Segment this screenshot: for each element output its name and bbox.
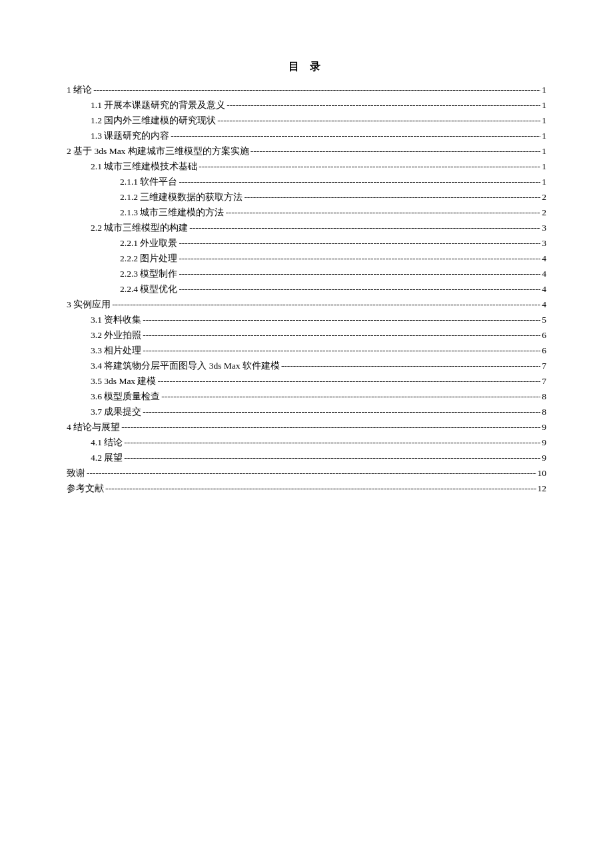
toc-entry-page: 4 bbox=[542, 251, 546, 266]
toc-leader bbox=[179, 235, 540, 251]
toc-entry: 3.5 3ds Max 建模 7 bbox=[67, 373, 546, 389]
toc-entry: 2.1.3 城市三维建模的方法2 bbox=[67, 205, 546, 220]
document-page: 目 录 1 绪论11.1 开展本课题研究的背景及意义11.2 国内外三维建模的研… bbox=[0, 0, 613, 563]
toc-entry: 4.2 展望9 bbox=[67, 450, 546, 465]
toc-leader bbox=[179, 266, 540, 281]
toc-entry: 3.1 资料收集5 bbox=[67, 312, 546, 327]
toc-entry-page: 1 bbox=[542, 97, 546, 113]
toc-entry: 1.1 开展本课题研究的背景及意义1 bbox=[67, 97, 546, 113]
toc-leader bbox=[143, 343, 540, 358]
toc-entry: 3.7 成果提交8 bbox=[67, 404, 546, 419]
toc-entry-page: 10 bbox=[538, 465, 547, 481]
toc-entry-label: 2 基于 3ds Max 构建城市三维模型的方案实施 bbox=[67, 143, 249, 159]
toc-entry-label: 2.1.1 软件平台 bbox=[120, 174, 177, 189]
toc-entry: 2.2.1 外业取景3 bbox=[67, 235, 546, 251]
toc-entry: 4.1 结论9 bbox=[67, 435, 546, 450]
toc-leader bbox=[179, 251, 540, 266]
toc-leader bbox=[161, 389, 540, 404]
toc-entry: 3.4 将建筑物分层平面图导入 3ds Max 软件建模7 bbox=[67, 358, 546, 373]
toc-entry-page: 5 bbox=[542, 312, 546, 327]
toc-entry: 1.2 国内外三维建模的研究现状1 bbox=[67, 113, 546, 128]
toc-entry-page: 9 bbox=[542, 435, 546, 450]
toc-entry-label: 2.1.2 三维建模数据的获取方法 bbox=[120, 189, 243, 205]
toc-entry-label: 1.2 国内外三维建模的研究现状 bbox=[91, 113, 216, 128]
toc-leader bbox=[124, 450, 540, 465]
toc-entry-label: 3.3 相片处理 bbox=[91, 343, 141, 358]
toc-entry-label: 2.2.4 模型优化 bbox=[120, 281, 177, 297]
toc-entry-page: 9 bbox=[542, 419, 546, 435]
toc-entry: 1 绪论1 bbox=[67, 82, 546, 97]
toc-title: 目 录 bbox=[67, 60, 546, 74]
toc-entry: 2.1.1 软件平台1 bbox=[67, 174, 546, 189]
toc-entry-page: 6 bbox=[542, 343, 546, 358]
toc-entry-page: 1 bbox=[542, 143, 546, 159]
toc-leader bbox=[171, 128, 540, 143]
toc-list: 1 绪论11.1 开展本课题研究的背景及意义11.2 国内外三维建模的研究现状1… bbox=[67, 82, 546, 496]
toc-entry-label: 4 结论与展望 bbox=[67, 419, 120, 435]
toc-entry-label: 3.2 外业拍照 bbox=[91, 327, 141, 343]
toc-entry: 致谢10 bbox=[67, 465, 546, 481]
toc-entry-page: 4 bbox=[542, 266, 546, 281]
toc-entry: 3.3 相片处理6 bbox=[67, 343, 546, 358]
toc-entry-label: 2.2.3 模型制作 bbox=[120, 266, 177, 281]
toc-leader bbox=[251, 143, 541, 159]
toc-entry-page: 8 bbox=[542, 404, 546, 419]
toc-entry-label: 3.1 资料收集 bbox=[91, 312, 141, 327]
toc-entry-label: 2.1.3 城市三维建模的方法 bbox=[120, 205, 224, 220]
toc-entry-label: 3 实例应用 bbox=[67, 297, 111, 312]
toc-entry-label: 参考文献 bbox=[67, 481, 104, 496]
toc-entry-page: 3 bbox=[542, 220, 546, 235]
toc-entry-label: 4.1 结论 bbox=[91, 435, 123, 450]
toc-leader bbox=[143, 312, 540, 327]
toc-leader bbox=[179, 174, 540, 189]
toc-entry-page: 1 bbox=[542, 128, 546, 143]
toc-entry: 2.2.4 模型优化4 bbox=[67, 281, 546, 297]
toc-entry-label: 3.6 模型质量检查 bbox=[91, 389, 160, 404]
toc-entry-page: 12 bbox=[538, 481, 547, 496]
toc-entry-page: 2 bbox=[542, 189, 546, 205]
toc-entry-page: 2 bbox=[542, 205, 546, 220]
toc-entry-label: 1.1 开展本课题研究的背景及意义 bbox=[91, 97, 225, 113]
toc-entry-page: 4 bbox=[542, 297, 546, 312]
toc-leader bbox=[93, 82, 540, 97]
toc-entry-page: 7 bbox=[542, 358, 546, 373]
toc-entry-label: 1 绪论 bbox=[67, 82, 92, 97]
toc-leader bbox=[179, 281, 540, 297]
toc-leader bbox=[105, 481, 536, 496]
toc-entry-page: 1 bbox=[542, 113, 546, 128]
toc-entry-label: 3.7 成果提交 bbox=[91, 404, 141, 419]
toc-leader bbox=[227, 97, 540, 113]
toc-entry-label: 致谢 bbox=[67, 465, 85, 481]
toc-leader bbox=[87, 465, 536, 481]
toc-entry-label: 2.2.2 图片处理 bbox=[120, 251, 177, 266]
toc-entry-page: 1 bbox=[542, 174, 546, 189]
toc-entry-page: 8 bbox=[542, 389, 546, 404]
toc-leader bbox=[199, 159, 540, 174]
toc-entry-page: 1 bbox=[542, 159, 546, 174]
toc-entry-label: 2.2 城市三维模型的构建 bbox=[91, 220, 188, 235]
toc-entry: 参考文献12 bbox=[67, 481, 546, 496]
toc-leader bbox=[281, 358, 540, 373]
toc-entry-label: 3.4 将建筑物分层平面图导入 3ds Max 软件建模 bbox=[91, 358, 280, 373]
toc-entry-label: 4.2 展望 bbox=[91, 450, 123, 465]
toc-entry: 2.1 城市三维建模技术基础1 bbox=[67, 159, 546, 174]
toc-entry-label: 2.1 城市三维建模技术基础 bbox=[91, 159, 197, 174]
toc-entry-label: 1.3 课题研究的内容 bbox=[91, 128, 169, 143]
toc-entry: 3.2 外业拍照6 bbox=[67, 327, 546, 343]
toc-entry: 4 结论与展望9 bbox=[67, 419, 546, 435]
toc-entry-page: 3 bbox=[542, 235, 546, 251]
toc-entry: 2.2 城市三维模型的构建3 bbox=[67, 220, 546, 235]
toc-entry-page: 4 bbox=[542, 281, 546, 297]
toc-leader bbox=[189, 220, 540, 235]
toc-leader bbox=[225, 205, 540, 220]
toc-entry: 3 实例应用 4 bbox=[67, 297, 546, 312]
toc-entry: 3.6 模型质量检查8 bbox=[67, 389, 546, 404]
toc-entry: 2.1.2 三维建模数据的获取方法2 bbox=[67, 189, 546, 205]
toc-leader bbox=[112, 297, 540, 312]
toc-entry: 1.3 课题研究的内容1 bbox=[67, 128, 546, 143]
toc-entry: 2.2.2 图片处理4 bbox=[67, 251, 546, 266]
toc-leader bbox=[158, 373, 541, 389]
toc-leader bbox=[217, 113, 540, 128]
toc-entry-page: 7 bbox=[542, 373, 546, 389]
toc-leader bbox=[143, 404, 540, 419]
